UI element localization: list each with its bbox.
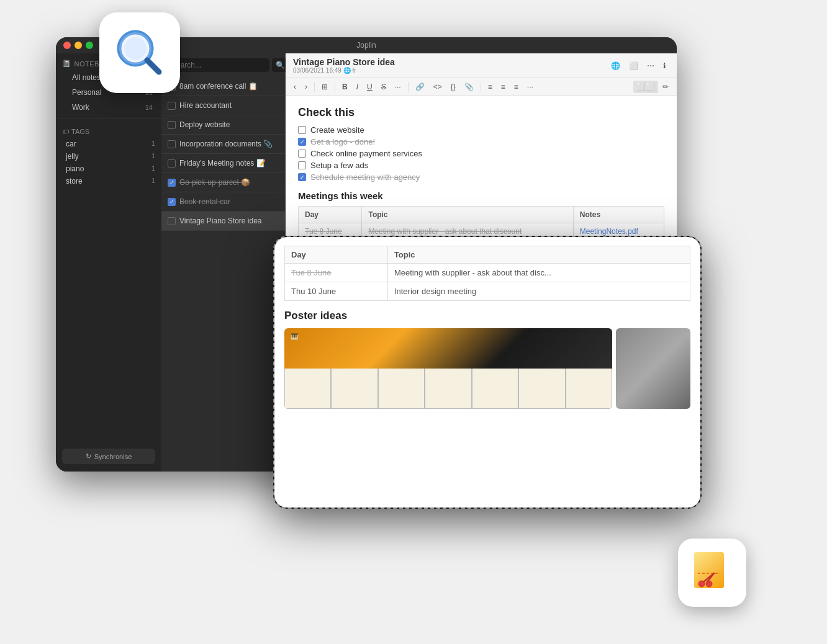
list-ul-button[interactable]: ≡ xyxy=(485,81,495,93)
more-list-button[interactable]: ··· xyxy=(524,81,536,93)
editor-toolbar: ‹ › ⊞ B I U S ··· 🔗 <> {} 📎 ≡ ≡ ≡ ··· xyxy=(286,78,677,96)
tablet-window: Day Topic Tue 8 June Meeting with suppli… xyxy=(273,236,702,509)
tablet-cell-topic1: Meeting with supplier - ask about that d… xyxy=(387,264,690,282)
tablet-cell-topic2: Interior design meeting xyxy=(387,282,690,301)
tablet-row-2: Thu 10 June Interior design meeting xyxy=(285,282,690,301)
note-checkbox: ✓ xyxy=(168,179,176,187)
col-day: Day xyxy=(299,207,362,223)
white-key xyxy=(518,369,565,409)
check-create-website: Create website xyxy=(298,125,664,135)
note-checkbox xyxy=(168,102,176,110)
note-item-conference[interactable]: 8am conference call 📋 xyxy=(161,77,285,96)
more-button[interactable]: ⋯ xyxy=(644,60,658,72)
globe-button[interactable]: 🌐 xyxy=(608,60,623,72)
notes-link[interactable]: MeetingNotes.pdf xyxy=(580,227,638,236)
checkbox-done[interactable]: ✓ xyxy=(298,138,306,146)
minimize-button[interactable] xyxy=(75,42,82,49)
info-button[interactable]: ℹ xyxy=(660,60,669,72)
topbar-actions: 🌐 ⬜ ⋯ ℹ xyxy=(608,60,669,72)
tablet-col-day: Day xyxy=(285,246,388,264)
checkbox-done[interactable]: ✓ xyxy=(298,173,306,181)
list-ol-button[interactable]: ≡ xyxy=(498,81,508,93)
svg-point-3 xyxy=(124,37,147,60)
white-key xyxy=(284,369,331,409)
tablet-poster-section: Poster ideas 🎹 xyxy=(274,310,700,415)
checkbox[interactable] xyxy=(298,150,306,158)
external-button[interactable]: ⊞ xyxy=(319,81,331,93)
source-view-button[interactable]: ⬜⬜ xyxy=(633,81,658,93)
checkbox[interactable] xyxy=(298,126,306,134)
note-meta: 03/06/2021 16:49 🌐 fr xyxy=(293,67,608,74)
italic-button[interactable]: I xyxy=(353,81,361,93)
section1-heading: Check this xyxy=(298,106,664,119)
tablet-meetings-table: Day Topic Tue 8 June Meeting with suppli… xyxy=(284,246,690,301)
code-button[interactable]: <> xyxy=(430,81,445,93)
separator xyxy=(481,82,481,92)
white-key xyxy=(425,369,471,409)
magnifier-app-icon xyxy=(99,12,180,93)
close-button[interactable] xyxy=(63,42,71,49)
tablet-table-section: Day Topic Tue 8 June Meeting with suppli… xyxy=(274,237,700,310)
white-key xyxy=(472,369,518,409)
section2-heading: Meetings this week xyxy=(298,190,664,201)
note-title-area: Vintage Piano Store idea 03/06/2021 16:4… xyxy=(293,57,608,74)
check-schedule: ✓ Schedule meeting with agency xyxy=(298,172,664,182)
search-input[interactable] xyxy=(166,58,269,72)
note-title: Vintage Piano Store idea xyxy=(293,57,608,67)
col-topic: Topic xyxy=(362,207,573,223)
note-checkbox xyxy=(168,121,176,129)
tag-car[interactable]: car 1 xyxy=(56,138,161,150)
sidebar: 📓 NOTEBOOKS All notes Personal 13 Work 1… xyxy=(56,53,161,472)
note-checkbox: ✓ xyxy=(168,198,176,206)
svg-line-2 xyxy=(147,60,159,72)
second-image xyxy=(616,328,690,409)
notebook-icon: 📓 xyxy=(62,60,71,68)
underline-button[interactable]: U xyxy=(364,81,376,93)
sync-button[interactable]: ↻ Synchronise xyxy=(62,449,155,464)
note-list-panel: 🔍 ☑ ☰ 8am conference call 📋 Hire account… xyxy=(161,53,286,472)
forward-button[interactable]: › xyxy=(302,81,310,93)
tablet-cell-day1: Tue 8 June xyxy=(285,264,388,282)
note-item-accountant[interactable]: Hire accountant xyxy=(161,96,285,115)
tablet-content: Day Topic Tue 8 June Meeting with suppli… xyxy=(274,237,700,508)
separator xyxy=(335,82,335,92)
traffic-lights xyxy=(63,42,93,49)
tag-piano[interactable]: piano 1 xyxy=(56,163,161,175)
bold-button[interactable]: B xyxy=(339,81,351,93)
note-item-friday[interactable]: Friday's Meeting notes 📝 xyxy=(161,154,285,173)
link-button[interactable]: 🔗 xyxy=(412,81,428,93)
tag-store[interactable]: store 1 xyxy=(56,175,161,187)
separator xyxy=(408,82,409,92)
note-item-piano[interactable]: Vintage Piano Store idea xyxy=(161,212,285,231)
maximize-button[interactable] xyxy=(86,42,93,49)
tablet-cell-day2: Thu 10 June xyxy=(285,282,388,301)
more-formats-button[interactable]: ··· xyxy=(392,81,404,93)
note-item-rental[interactable]: ✓ Book-rental-car xyxy=(161,192,285,212)
sidebar-item-work[interactable]: Work 14 xyxy=(58,101,159,114)
attachment-button[interactable]: 📎 xyxy=(461,81,477,93)
white-key xyxy=(378,369,425,409)
check-logo: ✓ Get a logo - done! xyxy=(298,137,664,146)
tag-jelly[interactable]: jelly 1 xyxy=(56,150,161,163)
note-item-parcel[interactable]: ✓ Go-pick-up-parcel 📦 xyxy=(161,173,285,192)
preview-button[interactable]: ✏ xyxy=(659,81,672,93)
piano-image: 🎹 xyxy=(284,328,612,409)
checkbox[interactable] xyxy=(298,161,306,169)
list-check-button[interactable]: ≡ xyxy=(511,81,522,93)
codeblock-button[interactable]: {} xyxy=(448,81,459,93)
sidebar-divider xyxy=(56,119,161,119)
share-button[interactable]: ⬜ xyxy=(626,60,641,72)
note-checkbox xyxy=(168,140,176,148)
note-item-deploy[interactable]: Deploy website xyxy=(161,115,285,135)
strikethrough-button[interactable]: S xyxy=(378,81,389,93)
white-key xyxy=(566,369,612,409)
piano-keys xyxy=(284,369,612,409)
poster-images: 🎹 xyxy=(284,328,690,409)
back-button[interactable]: ‹ xyxy=(291,81,299,93)
tag-icon: 🏷 xyxy=(62,128,69,135)
note-checkbox xyxy=(168,159,176,168)
view-buttons: ⬜⬜ ✏ xyxy=(633,81,672,93)
sync-icon: ↻ xyxy=(86,452,91,460)
col-notes: Notes xyxy=(573,207,664,223)
note-item-incorporation[interactable]: Incorporation documents 📎 xyxy=(161,135,285,154)
